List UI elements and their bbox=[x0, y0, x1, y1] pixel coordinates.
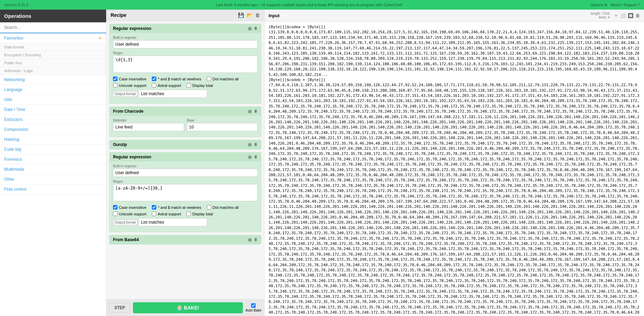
disable-icon-gunzip[interactable]: ◎ bbox=[248, 142, 251, 147]
regex-field-regex1: Regex \d{1,3} bbox=[113, 51, 258, 74]
builtin-label-regex2: Built in regexes bbox=[113, 164, 258, 168]
recipe-title: Recipe bbox=[111, 12, 126, 18]
sidebar-title: Operations bbox=[0, 10, 106, 22]
dt-checkbox-regex1[interactable]: Display total bbox=[187, 83, 213, 88]
pause-icon-regex2[interactable]: ⏸ bbox=[253, 155, 258, 159]
recipe-header: Recipe 💾 📂 🗑 bbox=[106, 10, 264, 21]
sidebar-item-language[interactable]: Language bbox=[0, 85, 106, 95]
sidebar-item-utils[interactable]: Utils bbox=[0, 95, 106, 105]
input-lines: 4 bbox=[608, 15, 610, 19]
sidebar-item-multimedia[interactable]: Multimedia bbox=[0, 165, 106, 174]
base-input[interactable] bbox=[187, 123, 258, 131]
sidebar-item-encryption: Encryption / Encoding bbox=[0, 51, 106, 59]
op-block-regex2: Regular expression ◎ ⏸ Built in regexes … bbox=[109, 152, 261, 232]
sm-checkbox-regex1[interactable]: ^ and $ match at newlines bbox=[152, 77, 201, 81]
sidebar-item-publickey: Public Key bbox=[0, 59, 106, 67]
disable-icon-frombase64[interactable]: ◎ bbox=[248, 237, 251, 242]
input-length: 7244 bbox=[602, 12, 610, 15]
delimiter-input[interactable] bbox=[113, 123, 184, 131]
regex-textarea-regex2[interactable]: [a-zA-Z0-9+/=]{30,} bbox=[113, 184, 258, 201]
op-icons-fromcharcode: ◎ ⏸ bbox=[248, 109, 258, 114]
step-button[interactable]: STEP bbox=[109, 303, 130, 313]
input-content[interactable]: [Byte[]]$codea = [Byte[]] (31,139,8,0,0,… bbox=[264, 22, 644, 316]
options-button[interactable]: Options ⚙ bbox=[590, 3, 608, 7]
op-title-regex1: Regular expression bbox=[113, 26, 151, 31]
builtin-field-regex1: Built in regexes bbox=[113, 36, 258, 48]
disable-icon-fromcharcode[interactable]: ◎ bbox=[248, 109, 251, 114]
sidebar-item-hashing[interactable]: Hashing bbox=[0, 135, 106, 145]
sidebar-item-datetime[interactable]: Date / Time bbox=[0, 105, 106, 115]
us-checkbox-regex2[interactable]: Unicode support bbox=[113, 212, 146, 216]
sidebar-item-forensics[interactable]: Forensics bbox=[0, 155, 106, 165]
input-copy-icon[interactable]: ⬜ bbox=[620, 13, 626, 18]
op-block-body-regex2: Built in regexes Regex [a-zA-Z0-9+/=]{30… bbox=[110, 161, 261, 232]
base-label: Base bbox=[187, 118, 258, 122]
input-clear-icon[interactable]: 🗑 bbox=[635, 13, 640, 18]
favourites-label: Favourites bbox=[4, 36, 23, 41]
clear-icon[interactable]: 🗑 bbox=[255, 12, 260, 18]
io-panel: Input length: 7244 lines: 4 ＋ ⬜ 🔲 🗑 [Byt… bbox=[264, 10, 644, 316]
pause-icon-regex1[interactable]: ⏸ bbox=[253, 26, 258, 31]
ci-checkbox-regex2[interactable]: Case insensitive bbox=[113, 205, 146, 210]
sidebar-item-extractors[interactable]: Extractors bbox=[0, 115, 106, 125]
op-block-body-fromcharcode: Delimiter Base bbox=[110, 116, 261, 137]
dm-checkbox-regex2[interactable]: Dot matches all bbox=[207, 205, 239, 210]
builtin-input-regex2[interactable] bbox=[113, 169, 258, 177]
ci-checkbox-regex1[interactable]: Case insensitive bbox=[113, 77, 146, 81]
sidebar-item-codetidy[interactable]: Code tidy bbox=[0, 145, 106, 155]
as-checkbox-regex1[interactable]: Astral support bbox=[152, 83, 181, 88]
checkboxes-row1-regex1: Case insensitive ^ and $ match at newlin… bbox=[113, 77, 258, 81]
input-open-icon[interactable]: 🔲 bbox=[628, 13, 633, 18]
pause-icon-fromcharcode[interactable]: ⏸ bbox=[253, 109, 258, 114]
us-checkbox-regex1[interactable]: Unicode support bbox=[113, 83, 146, 88]
outputformat-label-regex1: Output format bbox=[113, 91, 137, 97]
regex-label-regex2: Regex bbox=[113, 180, 258, 183]
as-checkbox-regex2[interactable]: Astral support bbox=[152, 212, 181, 216]
op-block-body-regex1: Built in regexes Regex \d{1,3} Case inse… bbox=[110, 33, 261, 103]
builtin-field-regex2: Built in regexes bbox=[113, 164, 258, 177]
checkboxes-row1-regex2: Case insensitive ^ and $ match at newlin… bbox=[113, 205, 258, 210]
sidebar-item-compression[interactable]: Compression bbox=[0, 125, 106, 135]
builtin-input-regex1[interactable] bbox=[113, 40, 258, 48]
about-button[interactable]: About / Support ? bbox=[610, 3, 640, 7]
input-add-icon[interactable]: ＋ bbox=[614, 12, 618, 19]
op-block-gunzip: Gunzip ◎ ⏸ bbox=[109, 140, 261, 149]
op-block-frombase64: From Base64 ◎ ⏸ bbox=[109, 235, 261, 245]
dm-checkbox-regex1[interactable]: Dot matches all bbox=[207, 77, 239, 81]
sm-checkbox-regex2[interactable]: ^ and $ match at newlines bbox=[152, 205, 201, 210]
outputformat-input-regex1[interactable] bbox=[138, 90, 207, 98]
sidebar-item-networking[interactable]: Networking bbox=[0, 75, 106, 85]
search-input[interactable] bbox=[3, 24, 103, 31]
sidebar-item-flowcontrol[interactable]: Flow control bbox=[0, 184, 106, 194]
star-icon: ★ bbox=[98, 36, 102, 41]
op-icons-frombase64: ◎ ⏸ bbox=[248, 237, 258, 242]
op-title-fromcharcode: From Charcode bbox=[113, 109, 144, 114]
sidebar-item-favourites[interactable]: Favourites ★ bbox=[0, 33, 106, 43]
op-icons-regex1: ◎ ⏸ bbox=[248, 26, 258, 31]
bake-button[interactable]: 🧁 BAKE! bbox=[133, 302, 243, 313]
disable-icon-regex1[interactable]: ◎ bbox=[248, 26, 251, 31]
checkboxes-row2-regex1: Unicode support Astral support Display t… bbox=[113, 83, 258, 88]
auto-bake-checkbox[interactable] bbox=[251, 303, 256, 308]
load-icon[interactable]: 📂 bbox=[247, 12, 252, 18]
dt-checkbox-regex2[interactable]: Display total bbox=[187, 212, 213, 216]
op-block-header-gunzip: Gunzip ◎ ⏸ bbox=[110, 140, 261, 149]
outputformat-input-regex2[interactable] bbox=[138, 218, 207, 226]
op-block-regex1: Regular expression ◎ ⏸ Built in regexes … bbox=[109, 24, 261, 104]
builtin-label-regex1: Built in regexes bbox=[113, 36, 258, 40]
sidebar-item-other[interactable]: Other bbox=[0, 174, 106, 184]
disable-icon-regex2[interactable]: ◎ bbox=[248, 155, 251, 159]
save-icon[interactable]: 💾 bbox=[238, 12, 244, 18]
sidebar-search-container bbox=[0, 22, 106, 33]
sidebar-items-list: Favourites ★ Data format Encryption / En… bbox=[0, 33, 106, 316]
op-block-header-regex2: Regular expression ◎ ⏸ bbox=[110, 153, 261, 161]
recipe-panel: Recipe 💾 📂 🗑 Regular expression ◎ ⏸ bbox=[106, 10, 264, 316]
pause-icon-gunzip[interactable]: ⏸ bbox=[253, 142, 258, 147]
regex-textarea-regex1[interactable]: \d{1,3} bbox=[113, 56, 258, 73]
delimiter-field: Delimiter bbox=[113, 118, 184, 131]
fromcharcode-fields: Delimiter Base bbox=[113, 118, 258, 134]
top-bar: Version 9.21.0 Last build: 4 months ago … bbox=[0, 0, 644, 10]
sidebar-item-dataformat: Data format bbox=[0, 43, 106, 51]
pause-icon-frombase64[interactable]: ⏸ bbox=[253, 237, 258, 242]
op-icons-gunzip: ◎ ⏸ bbox=[248, 142, 258, 147]
